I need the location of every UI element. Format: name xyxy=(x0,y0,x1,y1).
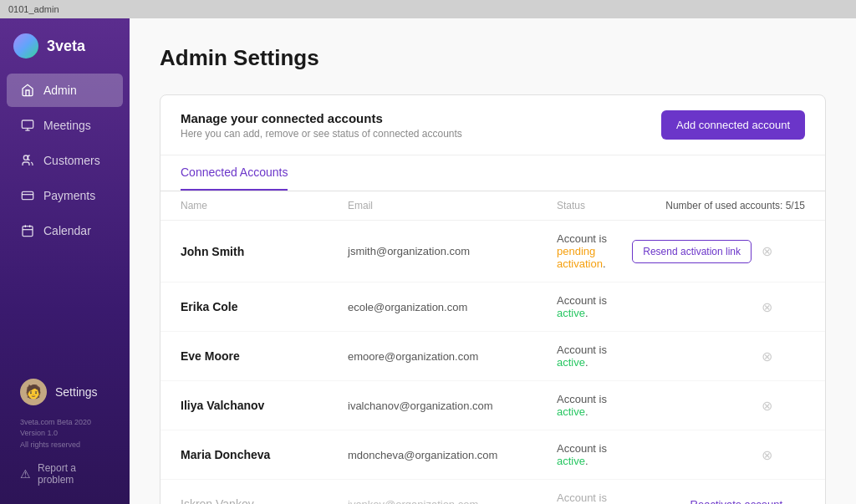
sidebar-item-label: Admin xyxy=(43,84,77,97)
window: 0101_admin 3veta Admin Meetings Customer… xyxy=(0,0,856,504)
home-icon xyxy=(20,83,35,98)
cell-name: Maria Doncheva xyxy=(181,448,348,461)
logo-icon xyxy=(13,33,38,59)
sidebar-item-meetings[interactable]: Meetings xyxy=(7,109,123,142)
tab-connected-accounts[interactable]: Connected Accounts xyxy=(181,155,288,191)
status-word: pending activation xyxy=(557,245,603,270)
sidebar-bottom: 🧑 Settings 3veta.com Beta 2020 Version 1… xyxy=(0,360,130,505)
status-word: active xyxy=(557,455,585,467)
main-content: Admin Settings Manage your connected acc… xyxy=(130,18,856,504)
cell-name: John Smith xyxy=(181,245,348,258)
resend-activation-link-button[interactable]: Resend activation link xyxy=(632,240,752,263)
manage-header-text: Manage your connected accounts Here you … xyxy=(181,111,462,140)
sidebar-item-label: Meetings xyxy=(43,119,91,132)
cell-email: ecole@organization.com xyxy=(348,301,557,313)
cell-action: ⊗ xyxy=(608,397,775,414)
cell-status: Account is deactivated. xyxy=(557,491,615,504)
add-connected-account-button[interactable]: Add connected account xyxy=(661,110,805,140)
cell-email: jsmith@organization.com xyxy=(348,245,557,257)
table-row: Eve Moore emoore@organization.com Accoun… xyxy=(160,332,825,381)
titlebar-label: 0101_admin xyxy=(8,4,59,14)
col-header-accounts-count: Number of used accounts: 5/15 xyxy=(608,200,805,211)
table-header: Name Email Status Number of used account… xyxy=(160,191,825,221)
logo-text: 3veta xyxy=(47,38,85,55)
cell-status: Account is pending activation. xyxy=(557,232,608,270)
delete-icon[interactable]: ⊗ xyxy=(758,397,775,414)
cell-name: Iskren Vankov xyxy=(181,497,348,504)
cell-action: ⊗ xyxy=(608,446,775,463)
report-icon: ⚠ xyxy=(20,467,31,481)
cell-status: Account is active. xyxy=(557,393,608,418)
col-header-name: Name xyxy=(181,200,348,211)
sidebar-item-label: Calendar xyxy=(43,224,91,237)
cell-status: Account is active. xyxy=(557,442,608,467)
cell-email: emoore@organization.com xyxy=(348,350,557,363)
manage-title: Manage your connected accounts xyxy=(181,111,462,125)
table-row: Maria Doncheva mdoncheva@organization.co… xyxy=(160,430,825,480)
avatar: 🧑 xyxy=(20,379,47,405)
sidebar-item-payments[interactable]: Payments xyxy=(7,179,123,212)
version-line1: 3veta.com Beta 2020 xyxy=(20,417,110,429)
svg-rect-4 xyxy=(22,191,33,199)
manage-section: Manage your connected accounts Here you … xyxy=(160,94,826,504)
table-row: Iliya Valchanov ivalchanov@organization.… xyxy=(160,381,825,430)
sidebar-item-customers[interactable]: Customers xyxy=(7,144,123,177)
page-title: Admin Settings xyxy=(160,45,826,71)
cell-name: Erika Cole xyxy=(181,300,348,313)
version-text: 3veta.com Beta 2020 Version 1.0 All righ… xyxy=(7,414,123,455)
row-actions: ⊗ xyxy=(758,348,775,364)
delete-icon[interactable]: ⊗ xyxy=(758,298,775,315)
cell-action: ⊗ xyxy=(608,298,775,315)
table-row: Iskren Vankov ivankov@organization.com A… xyxy=(160,480,825,504)
table-row: John Smith jsmith@organization.com Accou… xyxy=(160,221,825,283)
cell-email: ivalchanov@organization.com xyxy=(348,400,557,412)
sidebar-item-label: Payments xyxy=(43,189,95,202)
col-header-status: Status xyxy=(557,200,608,211)
reactivate-account-link[interactable]: Reactivate account xyxy=(690,498,783,505)
manage-subtitle: Here you can add, remove or see status o… xyxy=(181,128,462,140)
row-actions: ⊗ xyxy=(758,397,775,414)
payments-icon xyxy=(20,188,35,203)
col-header-email: Email xyxy=(348,200,557,211)
table-row: Erika Cole ecole@organization.com Accoun… xyxy=(160,283,825,332)
delete-icon[interactable]: ⊗ xyxy=(758,243,775,260)
cell-name: Iliya Valchanov xyxy=(181,399,348,412)
report-label: Report a problem xyxy=(38,462,110,486)
cell-action: ⊗ xyxy=(608,348,775,364)
version-line3: All rights reserved xyxy=(20,440,110,451)
calendar-icon xyxy=(20,223,35,238)
titlebar: 0101_admin xyxy=(0,0,856,18)
settings-label: Settings xyxy=(55,385,98,399)
settings-item[interactable]: 🧑 Settings xyxy=(7,370,123,414)
sidebar-logo: 3veta xyxy=(0,18,130,72)
sidebar-item-admin[interactable]: Admin xyxy=(7,74,123,107)
sidebar-item-label: Customers xyxy=(43,154,100,167)
customers-icon xyxy=(20,153,35,168)
svg-rect-0 xyxy=(22,120,33,128)
main-layout: 3veta Admin Meetings Customers Payments … xyxy=(0,18,856,504)
status-word: active xyxy=(557,307,585,319)
cell-name: Eve Moore xyxy=(181,349,348,363)
cell-status: Account is active. xyxy=(557,344,608,369)
manage-header: Manage your connected accounts Here you … xyxy=(160,95,825,155)
sidebar-nav: Admin Meetings Customers Payments Calend… xyxy=(0,72,130,249)
cell-action: Resend activation link ⊗ xyxy=(608,240,775,263)
row-actions: ⊗ xyxy=(758,298,775,315)
version-line2: Version 1.0 xyxy=(20,428,110,440)
meetings-icon xyxy=(20,118,35,133)
cell-status: Account is active. xyxy=(557,294,608,319)
sidebar-item-calendar[interactable]: Calendar xyxy=(7,214,123,247)
cell-email: mdoncheva@organization.com xyxy=(348,449,557,461)
status-word: active xyxy=(557,356,585,369)
table-body: John Smith jsmith@organization.com Accou… xyxy=(160,221,825,504)
delete-icon[interactable]: ⊗ xyxy=(758,446,775,463)
report-problem[interactable]: ⚠ Report a problem xyxy=(7,454,123,494)
row-actions: Resend activation link ⊗ xyxy=(632,240,775,263)
row-actions: ⊗ xyxy=(758,446,775,463)
tabs: Connected Accounts xyxy=(160,155,825,191)
status-word: active xyxy=(557,405,585,418)
row-actions: Reactivate account xyxy=(690,498,783,505)
cell-action: Reactivate account xyxy=(615,498,782,505)
delete-icon[interactable]: ⊗ xyxy=(758,348,775,364)
svg-rect-6 xyxy=(23,227,33,237)
